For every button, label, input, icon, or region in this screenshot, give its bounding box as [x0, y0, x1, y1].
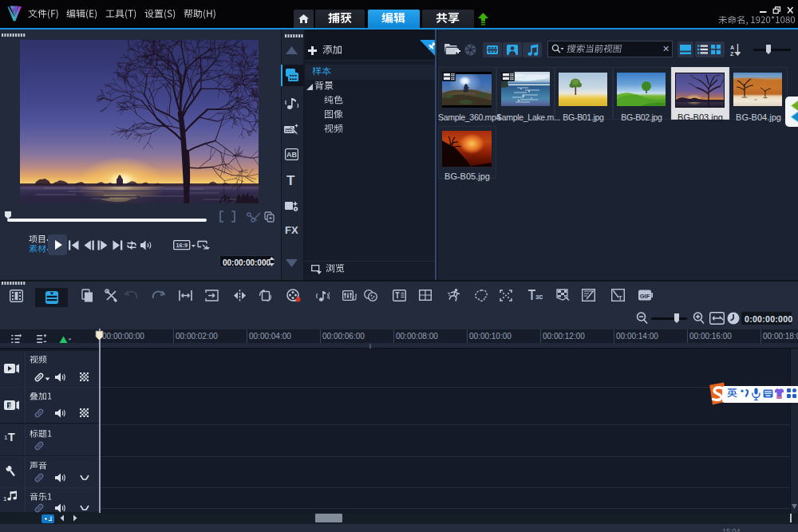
svg-text:A: A — [730, 45, 734, 50]
svg-text:16:9: 16:9 — [176, 242, 188, 249]
svg-text:1: 1 — [8, 402, 12, 409]
svg-text:GIF: GIF — [640, 293, 650, 300]
svg-text:3D: 3D — [535, 294, 543, 301]
svg-text:Z: Z — [730, 51, 734, 57]
svg-text:T: T — [618, 294, 622, 301]
svg-text:AB: AB — [286, 151, 297, 159]
